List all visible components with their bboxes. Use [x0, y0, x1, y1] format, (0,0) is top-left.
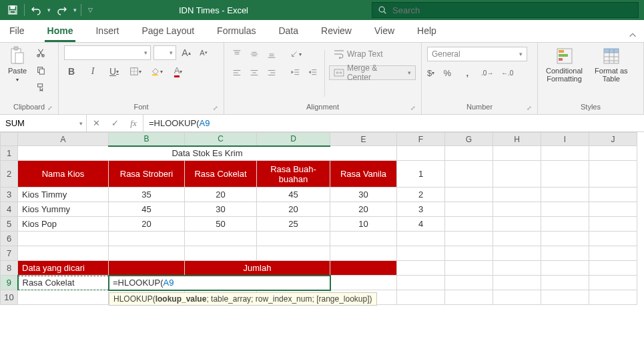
cut-button[interactable] [33, 45, 48, 60]
qat-customize-icon[interactable]: ▽ [85, 7, 95, 13]
cell-e3[interactable]: 30 [330, 188, 397, 202]
tab-page-layout[interactable]: Page Layout [139, 21, 197, 42]
collapse-ribbon-icon[interactable] [628, 31, 637, 42]
tab-review[interactable]: Review [318, 21, 354, 42]
hdr-stroberi[interactable]: Rasa Stroberi [109, 161, 185, 188]
col-header-b[interactable]: B [109, 133, 185, 146]
cell-c5[interactable]: 50 [185, 217, 257, 232]
cell-a4[interactable]: Kios Yummy [18, 202, 109, 217]
row-header-6[interactable]: 6 [1, 232, 18, 246]
search-input[interactable] [392, 5, 633, 15]
cell-title[interactable]: Data Stok Es Krim [18, 146, 397, 161]
row-header-5[interactable]: 5 [1, 217, 18, 232]
worksheet-grid[interactable]: A B C D E F G H I J 1 Data Stok Es Krim … [0, 132, 644, 305]
cell-d5[interactable]: 25 [257, 217, 330, 232]
cell-f3[interactable]: 2 [397, 188, 445, 202]
merge-center-button[interactable]: Merge & Center ▾ [329, 65, 416, 80]
hdr-buah[interactable]: Rasa Buah-buahan [257, 161, 330, 188]
increase-decimal-button[interactable]: .0→ [480, 65, 495, 80]
cell-f5[interactable]: 4 [397, 217, 445, 232]
number-launcher-icon[interactable]: ⤢ [527, 105, 532, 111]
hdr-cokelat[interactable]: Rasa Cokelat [185, 161, 257, 188]
save-button[interactable] [5, 3, 20, 17]
col-header-j[interactable]: J [589, 133, 637, 146]
cell-b5[interactable]: 20 [109, 217, 185, 232]
insert-function-button[interactable]: fx [124, 118, 143, 129]
cell-d3[interactable]: 45 [257, 188, 330, 202]
tab-insert[interactable]: Insert [93, 21, 121, 42]
namebox-dropdown-icon[interactable]: ▾ [77, 120, 86, 127]
align-middle-button[interactable] [247, 47, 262, 61]
fill-color-button[interactable]: ▾ [149, 64, 164, 79]
redo-dropdown-icon[interactable]: ▾ [73, 7, 77, 13]
align-right-button[interactable] [264, 65, 279, 80]
tab-file[interactable]: File [7, 21, 27, 42]
cell-b4[interactable]: 45 [109, 202, 185, 217]
number-format-combo[interactable]: General▾ [427, 47, 527, 61]
search-box[interactable] [372, 2, 639, 18]
row-header-7[interactable]: 7 [1, 246, 18, 261]
row-header-1[interactable]: 1 [1, 146, 18, 161]
cell-f4[interactable]: 3 [397, 202, 445, 217]
row-header-9[interactable]: 9 [1, 276, 18, 290]
borders-button[interactable]: ▾ [128, 64, 143, 79]
align-top-button[interactable] [230, 47, 244, 61]
format-as-table-button[interactable]: Format as Table [592, 45, 631, 84]
cell-b3[interactable]: 35 [109, 188, 185, 202]
cell-a9[interactable]: Rasa Cokelat [18, 276, 109, 290]
decrease-indent-button[interactable] [288, 65, 303, 80]
align-bottom-button[interactable] [264, 47, 279, 61]
font-size-combo[interactable]: ▾ [153, 45, 176, 60]
name-box-input[interactable] [0, 118, 77, 128]
cell-c3[interactable]: 20 [185, 188, 257, 202]
enter-formula-button[interactable]: ✓ [105, 118, 124, 128]
alignment-launcher-icon[interactable]: ⤢ [410, 105, 416, 111]
tab-data[interactable]: Data [276, 21, 301, 42]
redo-button[interactable] [55, 3, 69, 17]
undo-dropdown-icon[interactable]: ▾ [47, 7, 51, 13]
cell-e5[interactable]: 10 [330, 217, 397, 232]
cell-a5[interactable]: Kios Pop [18, 217, 109, 232]
col-header-f[interactable]: F [397, 133, 445, 146]
percent-button[interactable]: % [440, 65, 454, 80]
cell-e8[interactable] [330, 261, 397, 276]
cell-e4[interactable]: 20 [330, 202, 397, 217]
cell-a8[interactable]: Data yang dicari [18, 261, 109, 276]
col-header-d[interactable]: D [257, 133, 330, 146]
row-header-10[interactable]: 10 [1, 290, 18, 305]
cell-a3[interactable]: Kios Timmy [18, 188, 109, 202]
cell-b8[interactable] [109, 261, 185, 276]
cell-f2[interactable]: 1 [397, 161, 445, 188]
col-header-g[interactable]: G [445, 133, 493, 146]
hdr-nama-kios[interactable]: Nama Kios [18, 161, 109, 188]
formula-input[interactable]: =HLOOKUP(A9 [143, 115, 644, 131]
tab-view[interactable]: View [372, 21, 397, 42]
undo-button[interactable] [29, 3, 43, 17]
hdr-vanila[interactable]: Rasa Vanila [330, 161, 397, 188]
accounting-format-button[interactable]: $ ▾ [427, 65, 434, 80]
font-name-combo[interactable]: ▾ [64, 45, 151, 60]
copy-button[interactable] [33, 63, 48, 77]
cell-b9-editing[interactable]: =HLOOKUP(A9 HLOOKUP(lookup_value; table_… [109, 276, 330, 290]
font-launcher-icon[interactable]: ⤢ [213, 105, 218, 111]
decrease-font-button[interactable]: A▾ [196, 45, 211, 60]
increase-indent-button[interactable] [306, 65, 320, 80]
select-all-button[interactable] [1, 133, 18, 146]
cell-c4[interactable]: 30 [185, 202, 257, 217]
wrap-text-button[interactable]: Wrap Text [329, 47, 416, 61]
tab-home[interactable]: Home [45, 21, 76, 42]
clipboard-launcher-icon[interactable]: ⤢ [47, 105, 53, 111]
format-painter-button[interactable] [33, 80, 48, 95]
col-header-h[interactable]: H [493, 133, 541, 146]
row-header-8[interactable]: 8 [1, 261, 18, 276]
col-header-a[interactable]: A [18, 133, 109, 146]
row-header-2[interactable]: 2 [1, 161, 18, 188]
paste-button[interactable]: Paste▾ [5, 45, 29, 85]
col-header-e[interactable]: E [330, 133, 397, 146]
row-header-4[interactable]: 4 [1, 202, 18, 217]
align-center-button[interactable] [247, 65, 262, 80]
orientation-button[interactable]: ▾ [288, 47, 303, 61]
bold-button[interactable]: B [64, 64, 79, 79]
name-box[interactable]: ▾ [0, 115, 87, 131]
italic-button[interactable]: I [85, 64, 100, 79]
